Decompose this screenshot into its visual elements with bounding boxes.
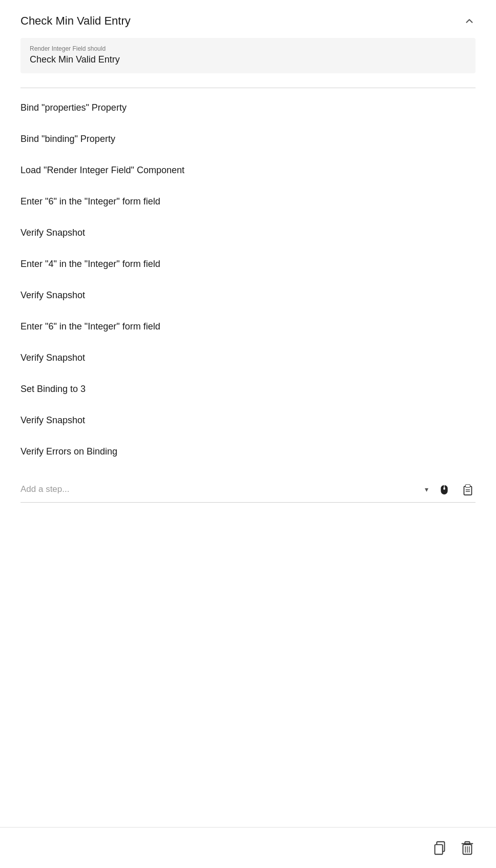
svg-rect-2 — [443, 487, 445, 490]
bottom-toolbar — [0, 827, 496, 868]
sub-header-value: Check Min Valid Entry — [30, 54, 466, 65]
add-step-input-wrapper — [20, 484, 421, 494]
svg-rect-3 — [464, 486, 472, 495]
steps-list: Bind "properties" PropertyBind "binding"… — [20, 92, 476, 467]
step-item[interactable]: Bind "properties" Property — [20, 92, 476, 123]
step-item[interactable]: Load "Render Integer Field" Component — [20, 155, 476, 186]
sub-header-box: Render Integer Field should Check Min Va… — [20, 38, 476, 73]
step-item[interactable]: Verify Snapshot — [20, 405, 476, 436]
add-step-dropdown-icon[interactable]: ▾ — [425, 485, 428, 493]
copy-button[interactable] — [431, 839, 449, 857]
step-item[interactable]: Verify Errors on Binding — [20, 436, 476, 467]
delete-button[interactable] — [459, 839, 476, 857]
page-container: Check Min Valid Entry Render Integer Fie… — [0, 0, 496, 868]
step-item[interactable]: Verify Snapshot — [20, 280, 476, 311]
step-item[interactable]: Set Binding to 3 — [20, 374, 476, 405]
add-step-icons — [437, 482, 476, 497]
step-item[interactable]: Enter "6" in the "Integer" form field — [20, 186, 476, 217]
collapse-button[interactable] — [463, 15, 476, 27]
header: Check Min Valid Entry — [20, 0, 476, 38]
svg-rect-9 — [435, 844, 443, 854]
step-item[interactable]: Enter "6" in the "Integer" form field — [20, 311, 476, 342]
step-item[interactable]: Bind "binding" Property — [20, 123, 476, 155]
sub-header-label: Render Integer Field should — [30, 45, 466, 52]
svg-rect-11 — [465, 841, 469, 844]
step-item[interactable]: Verify Snapshot — [20, 342, 476, 374]
page-title: Check Min Valid Entry — [20, 14, 131, 28]
divider — [20, 88, 476, 88]
step-item[interactable]: Verify Snapshot — [20, 217, 476, 249]
clipboard-icon[interactable] — [460, 482, 476, 497]
mouse-icon[interactable] — [437, 482, 452, 497]
svg-rect-5 — [466, 485, 470, 487]
add-step-row: ▾ — [20, 472, 476, 503]
add-step-input[interactable] — [20, 484, 421, 494]
step-item[interactable]: Enter "4" in the "Integer" form field — [20, 249, 476, 280]
